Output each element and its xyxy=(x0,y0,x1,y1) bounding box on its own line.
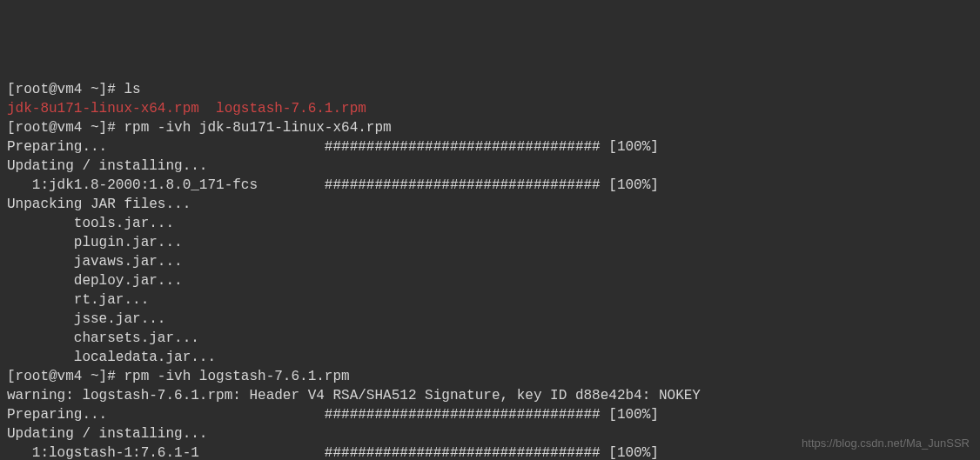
terminal-line: Preparing... ###########################… xyxy=(7,405,973,424)
terminal-line: charsets.jar... xyxy=(7,329,973,348)
terminal-line: Updating / installing... xyxy=(7,157,973,176)
terminal-line: plugin.jar... xyxy=(7,233,973,252)
terminal-line: tools.jar... xyxy=(7,214,973,233)
terminal-text-segment: [root@vm4 ~]# rpm -ivh jdk-8u171-linux-x… xyxy=(7,120,392,136)
terminal-line: localedata.jar... xyxy=(7,348,973,367)
terminal-line: javaws.jar... xyxy=(7,252,973,271)
terminal-text-segment: Updating / installing... xyxy=(7,158,207,174)
terminal-line: Unpacking JAR files... xyxy=(7,195,973,214)
terminal-text-segment: warning: logstash-7.6.1.rpm: Header V4 R… xyxy=(7,388,701,403)
terminal-line: [root@vm4 ~]# ls xyxy=(7,80,973,99)
terminal-text-segment: tools.jar... xyxy=(7,216,174,231)
terminal-text-segment: deploy.jar... xyxy=(7,273,183,289)
terminal-line: Preparing... ###########################… xyxy=(7,137,973,157)
terminal-text-segment: 1:jdk1.8-2000:1.8.0_171-fcs ############… xyxy=(7,177,659,193)
terminal-text-segment: Unpacking JAR files... xyxy=(7,197,191,212)
terminal-text-segment: rt.jar... xyxy=(7,292,149,308)
terminal-line: jdk-8u171-linux-x64.rpm logstash-7.6.1.r… xyxy=(7,99,973,118)
terminal-line: [root@vm4 ~]# rpm -ivh jdk-8u171-linux-x… xyxy=(7,118,973,137)
terminal-line: 1:jdk1.8-2000:1.8.0_171-fcs ############… xyxy=(7,176,973,195)
terminal-line: jsse.jar... xyxy=(7,310,973,329)
terminal-line: warning: logstash-7.6.1.rpm: Header V4 R… xyxy=(7,386,973,405)
terminal-text-segment: 1:logstash-1:7.6.1-1 ###################… xyxy=(7,445,659,460)
terminal-text-segment: javaws.jar... xyxy=(7,254,183,270)
terminal-line: deploy.jar... xyxy=(7,271,973,290)
terminal-text-segment: [root@vm4 ~]# ls xyxy=(7,82,141,97)
terminal-text-segment: Preparing... ###########################… xyxy=(7,139,659,155)
terminal-text-segment: Preparing... ###########################… xyxy=(7,407,659,423)
terminal-text-segment: [root@vm4 ~]# rpm -ivh logstash-7.6.1.rp… xyxy=(7,369,350,384)
terminal-text-segment: Updating / installing... xyxy=(7,426,207,442)
terminal-output[interactable]: [root@vm4 ~]# lsjdk-8u171-linux-x64.rpm … xyxy=(7,80,973,460)
terminal-text-segment: jdk-8u171-linux-x64.rpm logstash-7.6.1.r… xyxy=(7,101,366,117)
terminal-text-segment: charsets.jar... xyxy=(7,330,199,346)
watermark-text: https://blog.csdn.net/Ma_JunSSR xyxy=(802,434,970,453)
terminal-text-segment: localedata.jar... xyxy=(7,350,216,365)
terminal-text-segment: jsse.jar... xyxy=(7,311,165,327)
terminal-line: [root@vm4 ~]# rpm -ivh logstash-7.6.1.rp… xyxy=(7,367,973,386)
terminal-text-segment: plugin.jar... xyxy=(7,235,183,250)
terminal-line: rt.jar... xyxy=(7,290,973,310)
